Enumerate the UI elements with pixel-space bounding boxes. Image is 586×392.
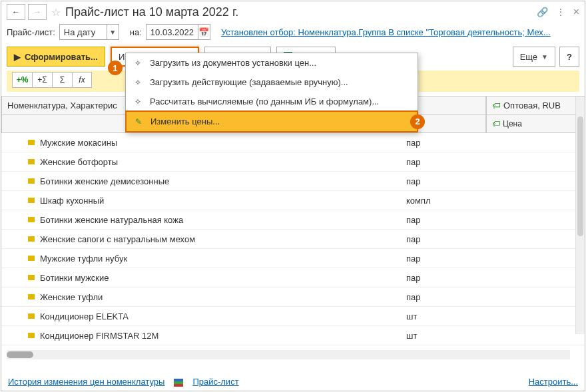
table-row[interactable]: Женские туфлипар <box>1 288 585 307</box>
link-icon[interactable]: 🔗 <box>537 7 548 17</box>
table-row[interactable]: Женские ботфортыпар <box>1 152 585 172</box>
callout-badge-1: 1 <box>108 61 123 75</box>
cell-unit: пар <box>401 157 467 167</box>
dropdown-item-change-prices[interactable]: ✎ Изменить цены... 2 <box>125 110 418 132</box>
dropdown-item-load-docs[interactable]: ✧ Загрузить из документов установки цен.… <box>126 53 418 73</box>
nav-forward-button[interactable]: → <box>28 4 47 20</box>
settings-link[interactable]: Настроить... <box>529 377 578 387</box>
calendar-icon[interactable]: 📅 <box>198 25 210 39</box>
tag-icon: 🏷 <box>492 100 501 110</box>
history-link[interactable]: История изменения цен номенклатуры <box>8 377 164 387</box>
cell-name: Ботинки женские демисезонные <box>1 176 401 186</box>
table-row[interactable]: Ботинки женские натуральная кожапар <box>1 210 585 230</box>
folder-icon <box>28 313 35 319</box>
chart-icon <box>174 377 183 387</box>
tag-icon: 🏷 <box>492 119 500 128</box>
more-label: Еще <box>520 52 537 62</box>
folder-icon <box>28 275 35 280</box>
table-row[interactable]: Мужские туфли нубукпар <box>1 249 585 268</box>
date-value: 10.03.2022 <box>146 27 198 37</box>
table-row[interactable]: Мужские мокасиныпар <box>1 133 585 152</box>
cell-unit: компл <box>401 196 467 206</box>
table-row[interactable]: Ботинки женские демисезонныепар <box>1 172 585 191</box>
scroll-thumb[interactable] <box>577 116 583 236</box>
cell-unit: пар <box>401 176 467 186</box>
plus-sum-button[interactable]: +Σ <box>32 72 52 88</box>
wand-icon: ✧ <box>133 97 143 106</box>
cell-name: Ботинки мужские <box>1 273 401 283</box>
dropdown-label: Изменить цены... <box>150 116 220 126</box>
filter-set-link[interactable]: Установлен отбор: Номенклатура.Группа В … <box>221 27 551 37</box>
sum-button[interactable]: Σ <box>52 72 72 88</box>
folder-icon <box>28 198 35 203</box>
scroll-thumb[interactable] <box>7 351 33 358</box>
folder-icon <box>28 217 35 222</box>
dropdown-label: Загрузить действующие (задаваемые вручну… <box>150 77 348 87</box>
table-row[interactable]: Женские сапоги с натуральным мехомпар <box>1 230 585 249</box>
pencil-icon: ✎ <box>133 117 144 126</box>
folder-icon <box>28 236 35 242</box>
dropdown-label: Рассчитать вычисляемые (по данным ИБ и ф… <box>150 97 379 106</box>
cell-name: Женские сапоги с натуральным мехом <box>1 234 401 244</box>
cell-name: Мужские туфли нубук <box>1 254 401 264</box>
table-row[interactable]: Кондиционер FIRMSTAR 12Mшт <box>1 326 585 345</box>
page-title: Прайс-лист на 10 марта 2022 г. <box>65 5 534 19</box>
folder-icon <box>28 178 35 184</box>
more-menu-icon[interactable]: ⋮ <box>556 7 565 17</box>
cell-unit: пар <box>401 234 467 244</box>
col-subheader-price: 🏷 Цена <box>486 115 585 133</box>
table-body: Мужские мокасиныпарЖенские ботфортыпарБо… <box>1 133 585 353</box>
price-list-select[interactable]: На дату ▼ <box>59 24 119 40</box>
help-button[interactable]: ? <box>559 47 579 67</box>
cell-unit: шт <box>401 331 467 341</box>
wand-icon: ✧ <box>133 78 143 87</box>
cell-name: Шкаф кухонный <box>1 196 401 206</box>
cell-name: Женские ботфорты <box>1 157 401 167</box>
price-list-link[interactable]: Прайс-лист <box>192 377 238 387</box>
dropdown-label: Загрузить из документов установки цен... <box>150 58 316 68</box>
folder-icon <box>28 294 35 299</box>
cell-unit: пар <box>401 273 467 283</box>
price-list-value: На дату <box>60 27 107 37</box>
table-row[interactable]: Кондиционер ELEKTAшт <box>1 307 585 326</box>
form-button-label: Сформировать... <box>25 52 98 62</box>
folder-icon <box>28 159 35 164</box>
callout-badge-2: 2 <box>410 114 425 129</box>
form-button[interactable]: ▶ Сформировать... <box>7 47 105 67</box>
dropdown-item-calc[interactable]: ✧ Рассчитать вычисляемые (по данным ИБ и… <box>126 92 418 111</box>
cell-name: Мужские мокасины <box>1 138 401 148</box>
dropdown-item-load-current[interactable]: ✧ Загрузить действующие (задаваемые вруч… <box>126 73 418 92</box>
folder-icon <box>28 256 35 261</box>
price-list-label: Прайс-лист: <box>7 27 55 37</box>
percent-button[interactable]: +% <box>12 72 32 88</box>
folder-icon <box>28 333 35 338</box>
vertical-scrollbar[interactable] <box>575 97 585 334</box>
cell-unit: пар <box>401 138 467 148</box>
cell-name: Кондиционер FIRMSTAR 12M <box>1 331 401 341</box>
cell-name: Ботинки женские натуральная кожа <box>1 215 401 225</box>
horizontal-scrollbar[interactable] <box>7 350 570 359</box>
folder-icon <box>28 140 35 145</box>
table-row[interactable]: Ботинки мужскиепар <box>1 268 585 288</box>
favorite-star-icon[interactable]: ☆ <box>49 6 63 19</box>
change-prices-dropdown: ✧ Загрузить из документов установки цен.… <box>125 53 418 132</box>
on-date-label: на: <box>130 27 142 37</box>
chevron-down-icon: ▼ <box>541 53 548 61</box>
cell-unit: пар <box>401 215 467 225</box>
col-header-wholesale: 🏷 Оптовая, RUB <box>486 97 585 115</box>
chevron-down-icon[interactable]: ▼ <box>107 25 119 39</box>
cell-unit: пар <box>401 292 467 302</box>
date-field[interactable]: 10.03.2022 📅 <box>146 24 210 40</box>
wand-icon: ✧ <box>133 59 143 68</box>
fx-button[interactable]: fx <box>72 72 92 88</box>
nav-back-button[interactable]: ← <box>7 4 25 20</box>
cell-name: Кондиционер ELEKTA <box>1 311 401 321</box>
play-icon: ▶ <box>14 52 21 62</box>
more-button[interactable]: Еще ▼ <box>513 47 555 67</box>
close-icon[interactable]: × <box>573 6 579 18</box>
cell-unit: шт <box>401 311 467 321</box>
table-row[interactable]: Шкаф кухонныйкомпл <box>1 191 585 210</box>
cell-name: Женские туфли <box>1 292 401 302</box>
cell-unit: пар <box>401 254 467 264</box>
